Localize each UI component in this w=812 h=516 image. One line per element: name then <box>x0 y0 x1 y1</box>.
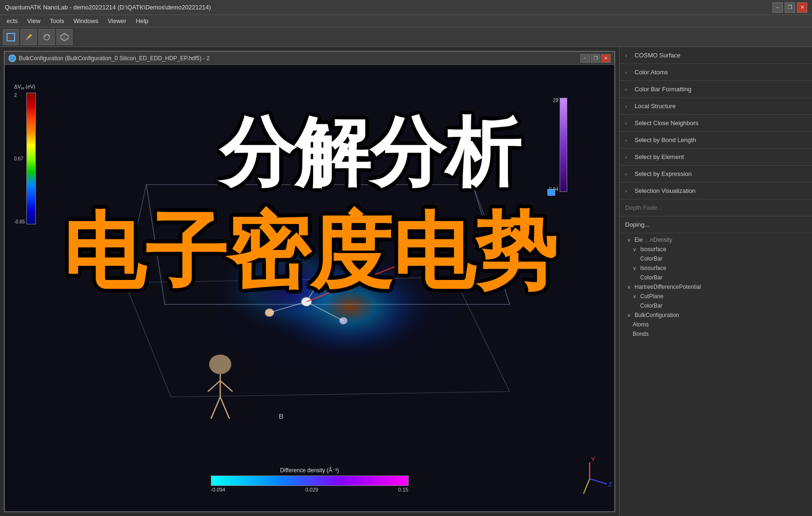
wrench-icon <box>24 32 33 42</box>
svg-line-26 <box>220 397 230 419</box>
title-bar-left: QuantumATK NanoLab - demo20221214 (D:\QA… <box>5 4 211 11</box>
app-title: QuantumATK NanoLab - demo20221214 (D:\QA… <box>5 4 211 11</box>
viewer-restore-button[interactable]: ❐ <box>591 54 600 63</box>
tree-toggle-hartree: ∨ <box>627 284 633 290</box>
bottom-colorbar-right-value: 0.15 <box>398 487 408 492</box>
panel-section-color-atoms: › Color Atoms <box>619 64 812 81</box>
section-header-color-atoms[interactable]: › Color Atoms <box>619 64 812 80</box>
toolbar-rotate-button[interactable] <box>39 29 55 45</box>
viewer-minimize-button[interactable]: − <box>580 54 590 63</box>
section-header-by-element[interactable]: › Select by Element <box>619 149 812 165</box>
tree-label-hartree: HartreeDifferencePotential <box>635 284 701 290</box>
menu-item-viewer[interactable]: Viewer <box>103 16 131 25</box>
bottom-colorbar: Difference density (Å⁻³) -0.094 0.029 0.… <box>211 467 409 492</box>
tree-item-cutplane[interactable]: ∨ CutPlane <box>619 292 812 301</box>
menu-item-view[interactable]: View <box>23 16 45 25</box>
section-header-doping[interactable]: Doping... <box>619 216 812 233</box>
colorbar-title: ΔVH (eV) <box>14 84 35 91</box>
viewport[interactable]: B Y Z <box>5 65 614 511</box>
section-header-close-neighbors[interactable]: › Select Close Neighbors <box>619 115 812 131</box>
svg-point-21 <box>209 355 231 374</box>
panel-section-cosmo: › COSMO Surface <box>619 47 812 64</box>
close-button[interactable]: ✕ <box>797 2 807 13</box>
bottom-colorbar-left-value: -0.094 <box>211 487 225 492</box>
section-label-by-element: Select by Element <box>635 153 684 160</box>
arrow-cosmo: › <box>625 53 631 58</box>
tree-label-bonds: Bonds <box>633 331 649 337</box>
arrow-local-structure: › <box>625 103 631 109</box>
tree-label-isosurface-1: Isosurface <box>640 246 666 253</box>
arrow-colorbar-format: › <box>625 87 631 92</box>
section-label-sel-vis: Selection Visualization <box>635 187 696 194</box>
menu-item-help[interactable]: Help <box>131 16 153 25</box>
panel-section-by-element: › Select by Element <box>619 149 812 166</box>
toolbar-wrench-button[interactable] <box>21 29 37 45</box>
colorbar-wrapper: 2 0.67 -0.65 <box>14 93 36 224</box>
toolbar-square-button[interactable] <box>3 29 19 45</box>
overlay-text-decomposition: 分解分析 <box>219 103 521 204</box>
bottom-colorbar-labels: -0.094 0.029 0.15 <box>211 487 409 492</box>
menu-bar: ects View Tools Windows Viewer Help <box>0 15 812 27</box>
tree-item-electron-density[interactable]: ∨ Ele …nDensity <box>619 235 812 245</box>
tree-item-colorbar-2[interactable]: ColorBar <box>619 273 812 282</box>
tree-container: ∨ Ele …nDensity ∨ Isosurface ColorBar ∨ … <box>619 233 812 341</box>
panel-section-colorbar-format: › Color Bar Formatting <box>619 81 812 98</box>
tree-toggle-cutplane: ∨ <box>633 294 638 300</box>
tree-label-electron-density-cont: …nDensity <box>644 237 672 243</box>
section-label-bond-length: Select by Bond Length <box>635 136 696 143</box>
tree-item-bulk-config[interactable]: ∨ BulkConfiguration <box>619 310 812 320</box>
section-header-bond-length[interactable]: › Select by Bond Length <box>619 132 812 148</box>
tree-label-colorbar-2: ColorBar <box>640 274 662 281</box>
tree-item-isosurface-1[interactable]: ∨ Isosurface <box>619 245 812 254</box>
arrow-by-element: › <box>625 154 631 160</box>
colorbar-mid-value: 0.67 <box>14 156 25 161</box>
section-header-by-expression[interactable]: › Select by Expression <box>619 166 812 182</box>
right-colorbar-top: 29 <box>553 98 558 103</box>
svg-line-24 <box>220 381 233 391</box>
section-header-sel-vis[interactable]: › Selection Visualization <box>619 183 812 199</box>
rotate-icon <box>42 32 51 42</box>
tree-item-isosurface-2[interactable]: ∨ Isosurface <box>619 263 812 273</box>
section-label-depth-fade: Depth Fade... <box>625 204 662 211</box>
restore-button[interactable]: ❐ <box>785 2 795 13</box>
right-colorbar-gradient <box>560 98 567 192</box>
viewer-close-button[interactable]: ✕ <box>601 54 611 63</box>
toolbar-3d-button[interactable] <box>56 29 72 45</box>
threed-icon <box>60 32 69 42</box>
tree-item-bonds[interactable]: Bonds <box>619 329 812 339</box>
section-label-local-structure: Local Structure <box>635 103 675 110</box>
section-header-cosmo[interactable]: › COSMO Surface <box>619 47 812 64</box>
section-header-depth-fade: Depth Fade... <box>619 199 812 216</box>
tree-item-colorbar-1[interactable]: ColorBar <box>619 254 812 263</box>
title-bar-controls[interactable]: − ❐ ✕ <box>772 2 807 13</box>
menu-item-objects[interactable]: ects <box>2 16 23 25</box>
colorbar-bottom-value: -0.65 <box>14 219 25 224</box>
panel-section-by-expression: › Select by Expression <box>619 166 812 183</box>
bottom-colorbar-gradient <box>211 476 409 486</box>
viewer-window: BulkConfiguration (BulkConfiguration_0 S… <box>4 51 615 512</box>
panel-section-local-structure: › Local Structure <box>619 98 812 115</box>
viewer-controls[interactable]: − ❐ ✕ <box>580 54 611 63</box>
section-header-colorbar-format[interactable]: › Color Bar Formatting <box>619 81 812 97</box>
tree-item-atoms[interactable]: Atoms <box>619 320 812 329</box>
section-label-colorbar-format: Color Bar Formatting <box>635 86 691 93</box>
tree-toggle-bulk-config: ∨ <box>627 312 633 318</box>
tree-item-hartree[interactable]: ∨ HartreeDifferencePotential <box>619 282 812 292</box>
arrow-by-expression: › <box>625 171 631 177</box>
overlay-text-density-potential: 电子密度电势 <box>63 197 557 308</box>
viewer-area: BulkConfiguration (BulkConfiguration_0 S… <box>0 47 619 516</box>
tree-toggle-electron-density: ∨ <box>627 237 633 243</box>
right-colorbar: 29 -0.94 <box>547 98 567 192</box>
bottom-colorbar-title: Difference density (Å⁻³) <box>211 467 409 474</box>
tree-item-colorbar-3[interactable]: ColorBar <box>619 301 812 310</box>
menu-item-windows[interactable]: Windows <box>69 16 103 25</box>
tree-label-isosurface-2: Isosurface <box>640 265 666 271</box>
minimize-button[interactable]: − <box>772 2 783 13</box>
svg-text:B: B <box>279 413 284 420</box>
title-bar: QuantumATK NanoLab - demo20221214 (D:\QA… <box>0 0 812 15</box>
svg-line-23 <box>208 381 220 391</box>
section-header-local-structure[interactable]: › Local Structure <box>619 98 812 114</box>
arrow-sel-vis: › <box>625 188 631 194</box>
right-colorbar-labels: 29 -0.94 <box>547 98 558 192</box>
menu-item-tools[interactable]: Tools <box>45 16 69 25</box>
